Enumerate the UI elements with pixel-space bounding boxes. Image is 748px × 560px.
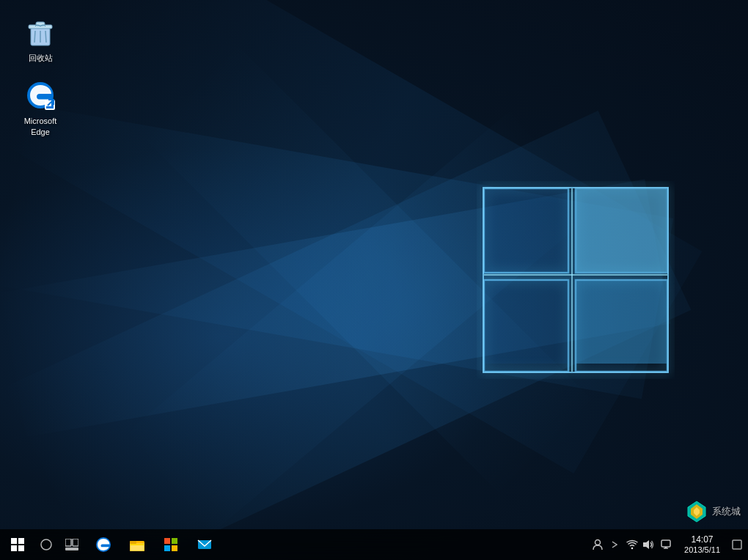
- recycle-bin-icon[interactable]: 回收站: [11, 11, 70, 67]
- taskbar-pin-edge[interactable]: [87, 529, 120, 560]
- svg-rect-24: [11, 538, 17, 544]
- tray-network-icon[interactable]: [624, 529, 640, 560]
- svg-line-15: [45, 31, 46, 43]
- taskbar: 14:07 2013/5/11: [0, 529, 748, 560]
- svg-rect-38: [164, 538, 170, 544]
- svg-rect-48: [733, 540, 741, 549]
- windows-logo: [477, 181, 675, 379]
- start-button[interactable]: [0, 529, 35, 560]
- watermark: 系统城: [685, 500, 741, 523]
- desktop-icons-area: 回收站 Microsoft Edge: [0, 0, 81, 159]
- watermark-brand: 系统城: [712, 505, 741, 518]
- svg-rect-26: [11, 545, 17, 551]
- svg-rect-25: [18, 538, 24, 544]
- tray-volume-icon[interactable]: [640, 529, 656, 560]
- cortana-search-button[interactable]: [35, 529, 57, 560]
- svg-line-13: [34, 31, 35, 43]
- svg-rect-30: [73, 539, 78, 546]
- system-tray: 14:07 2013/5/11: [587, 529, 748, 560]
- svg-rect-45: [661, 540, 670, 547]
- svg-rect-31: [65, 548, 78, 550]
- tray-notification-button[interactable]: [726, 529, 748, 560]
- svg-rect-40: [164, 545, 170, 551]
- tray-date-display: 2013/5/11: [684, 545, 720, 555]
- svg-rect-35: [130, 541, 136, 544]
- svg-rect-11: [576, 189, 667, 272]
- tray-action-center-icon[interactable]: [656, 529, 675, 560]
- svg-rect-39: [172, 538, 177, 544]
- taskbar-pin-explorer[interactable]: [120, 529, 154, 560]
- svg-marker-44: [643, 540, 649, 549]
- svg-rect-5: [576, 281, 667, 364]
- microsoft-edge-image: [23, 78, 58, 113]
- svg-rect-27: [18, 545, 24, 551]
- microsoft-edge-label-line1: Microsoft: [24, 116, 57, 126]
- recycle-bin-image: [23, 15, 58, 50]
- microsoft-edge-label-line2: Edge: [31, 127, 50, 137]
- tray-show-hidden-button[interactable]: [608, 529, 621, 560]
- microsoft-edge-icon[interactable]: Microsoft Edge: [11, 74, 70, 141]
- taskbar-pin-store[interactable]: [154, 529, 188, 560]
- taskbar-pin-mail[interactable]: [188, 529, 221, 560]
- svg-rect-7: [485, 281, 568, 364]
- svg-rect-6: [485, 189, 568, 272]
- tray-icons-group: [621, 529, 678, 560]
- desktop: 回收站 Microsoft Edge: [0, 0, 748, 560]
- svg-rect-37: [131, 544, 144, 545]
- tray-time-display: 14:07: [692, 534, 714, 545]
- tray-people-button[interactable]: [587, 529, 608, 560]
- svg-rect-41: [172, 545, 177, 551]
- svg-point-28: [41, 539, 51, 550]
- task-view-button[interactable]: [57, 529, 87, 560]
- tray-clock[interactable]: 14:07 2013/5/11: [678, 529, 726, 560]
- recycle-bin-label: 回收站: [29, 53, 53, 63]
- svg-rect-29: [65, 539, 71, 546]
- svg-point-43: [595, 540, 601, 545]
